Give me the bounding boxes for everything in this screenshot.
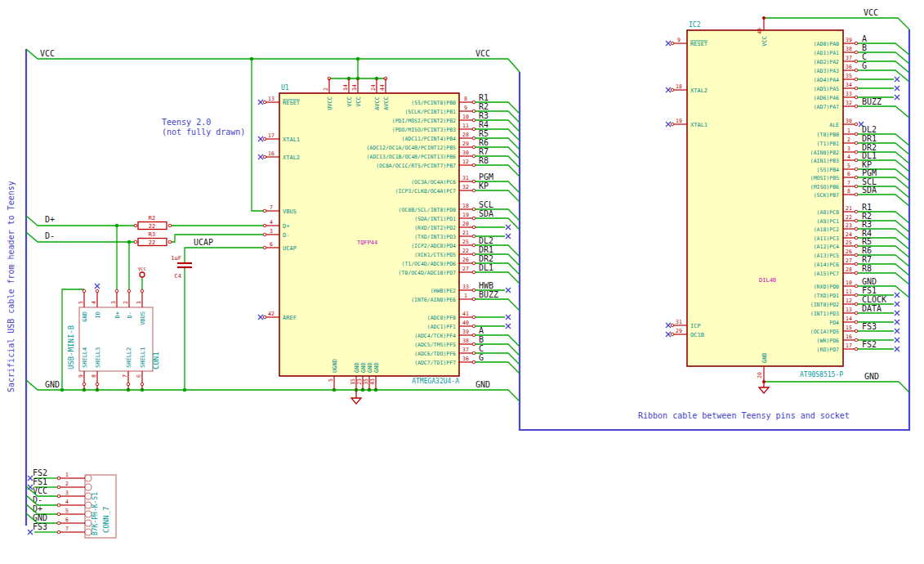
pin-text: 8	[91, 374, 97, 378]
pin-end	[472, 128, 475, 131]
pin-text: XTAL2	[690, 87, 708, 94]
pin-end	[472, 342, 475, 346]
pin-end	[134, 240, 137, 244]
pin-text: R6	[862, 246, 872, 255]
pin-text: UVCC	[327, 96, 333, 110]
pin-text: 31	[676, 319, 682, 325]
pin-end	[855, 51, 858, 54]
pin-text: 32	[846, 100, 852, 106]
pin-text: SDA	[862, 186, 877, 195]
pin-text: 16	[846, 333, 852, 340]
pin-text: 17	[268, 132, 275, 139]
pin-end	[855, 293, 858, 297]
pin-end	[472, 316, 475, 319]
no-connect-icon	[666, 87, 671, 92]
no-connect-icon	[28, 530, 33, 535]
pin-text: (A12)PC4	[814, 244, 839, 250]
pin-text: FS3	[862, 322, 877, 331]
no-connect-icon	[258, 137, 263, 141]
no-connect-icon	[506, 234, 511, 239]
pin-end	[671, 333, 674, 336]
net-label-gnd-mid: GND	[475, 380, 490, 389]
ic2-footprint: DIL40	[759, 277, 776, 284]
conn7-ref: CONN_7	[102, 506, 110, 533]
pin-end	[855, 42, 858, 45]
pin-text: G	[862, 61, 867, 70]
component-c4[interactable]: 1uF C4	[171, 255, 192, 280]
con1-pin-6: 6SHELL1	[136, 347, 147, 390]
r2-value: 22	[149, 223, 155, 230]
r3-ref: R3	[149, 231, 155, 238]
pin-end	[263, 233, 266, 236]
pin-text: 33	[846, 91, 852, 97]
pin-text: R3	[479, 111, 489, 120]
net-label-gnd-right: GND	[864, 372, 879, 381]
pin-text: 28	[846, 266, 852, 273]
pin-text: PGM	[479, 172, 493, 181]
pin-text: R8	[862, 264, 872, 273]
pin-text: 35	[363, 378, 369, 385]
pin-text: (A15)PC7	[814, 271, 839, 277]
pin-wire	[475, 299, 520, 311]
connector-pin-circle	[85, 529, 92, 535]
pin-end	[472, 262, 475, 265]
pin-text: ALE	[829, 122, 839, 128]
pin-text: (ADC4/TCK)PF4	[414, 333, 456, 339]
no-connect-icon	[666, 323, 671, 328]
pin-end	[855, 69, 858, 72]
pin-end	[472, 298, 475, 301]
no-connect-icon	[506, 315, 511, 320]
pin-text: ICP	[690, 323, 701, 329]
pin-text: 34	[351, 84, 358, 91]
pin-text: (RXD/INT2)PD2	[414, 225, 456, 231]
pin-text: (AD3)PA3	[814, 68, 839, 74]
pin-end	[472, 101, 475, 104]
pin-text: R3	[862, 220, 872, 229]
pin-text: (PDO/MISO/PCINT3)PB3	[392, 127, 456, 133]
pin-text: DR2	[479, 254, 493, 263]
pin-text: 15	[846, 325, 852, 331]
pin-text: 6	[136, 374, 142, 378]
r3-value: 22	[149, 239, 155, 246]
pin-end	[855, 150, 858, 154]
pin-end	[472, 217, 475, 220]
pin-text: 1	[464, 293, 467, 299]
pin-text: B	[479, 335, 484, 344]
pin-text: (A13)PC5	[814, 253, 839, 259]
pin-end	[472, 145, 475, 149]
pin-text: D-	[33, 495, 42, 504]
pin-end	[263, 224, 266, 227]
wire-ucap	[185, 248, 263, 390]
pin-text: 12	[846, 298, 852, 304]
no-connect-icon	[506, 225, 511, 230]
pin-text: (A11)PC3	[814, 235, 839, 242]
pin-text: 9	[677, 37, 681, 43]
pin-text: 19	[462, 212, 469, 218]
pin-end	[855, 244, 858, 248]
connector-pin-circle	[85, 493, 92, 499]
pin-text: 13	[846, 307, 852, 313]
pin-end	[671, 88, 674, 92]
pin-wire	[858, 106, 909, 118]
pin-text: D-	[283, 232, 289, 239]
pin-end	[472, 325, 475, 328]
pin-end	[141, 383, 144, 386]
pin-text: 37	[462, 347, 469, 353]
pin-text: 21	[462, 230, 469, 236]
pin-text: (INT6/AIN0)PE6	[411, 297, 456, 303]
pin-end	[855, 210, 858, 213]
pin-text: 6	[65, 517, 69, 523]
component-r2[interactable]: R2 22	[138, 215, 167, 230]
pin-text: 7	[122, 374, 128, 378]
component-r3[interactable]: R3 22	[138, 231, 167, 246]
pin-end	[671, 123, 674, 126]
pin-text: 5	[847, 163, 850, 169]
pin-end	[855, 227, 858, 231]
pin-end	[855, 176, 858, 179]
pin-text: (ICP3/CLK0/OC4A)PC7	[395, 188, 456, 195]
u1-value: ATMEGA32U4-A	[412, 378, 459, 385]
wire-dplus	[26, 216, 263, 289]
pin-text: FS2	[862, 340, 877, 349]
component-ic2[interactable]: IC2 AT90S8515-P DIL40	[687, 21, 843, 378]
pin-text: (OC0B/SCL/INT0)PD0	[399, 207, 457, 213]
